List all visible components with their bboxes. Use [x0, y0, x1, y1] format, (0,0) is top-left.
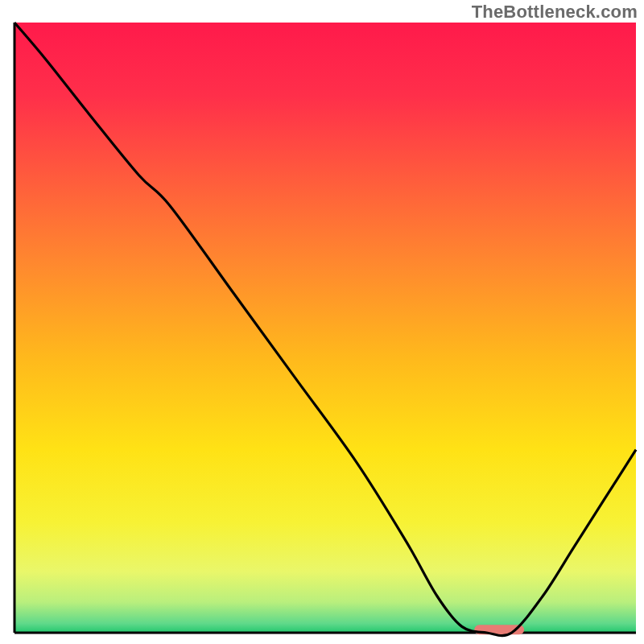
bottleneck-chart — [0, 0, 644, 644]
chart-background — [14, 23, 636, 633]
chart-container: TheBottleneck.com — [0, 0, 644, 644]
watermark-label: TheBottleneck.com — [472, 2, 638, 23]
